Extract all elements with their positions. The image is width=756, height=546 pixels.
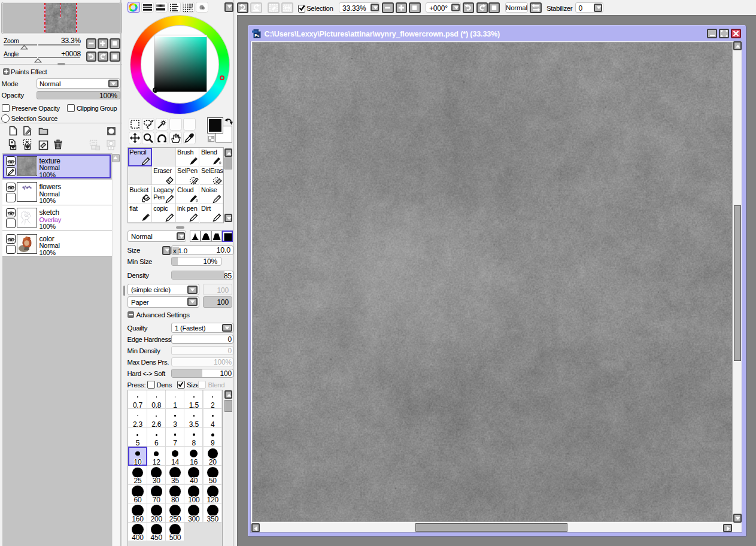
svg-text:Ps: Ps <box>254 34 259 38</box>
